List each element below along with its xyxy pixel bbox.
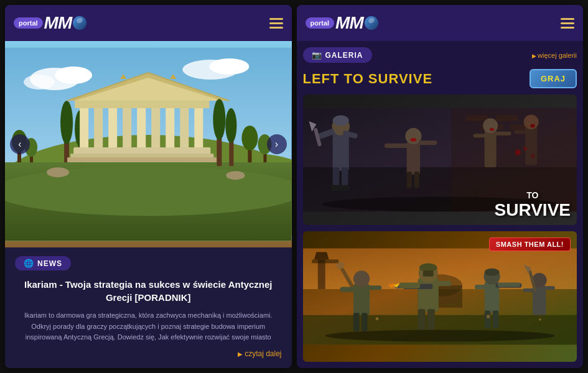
svg-rect-100 bbox=[399, 282, 419, 288]
news-section: 🌐 NEWS Ikariam - Twoja strategia na sukc… bbox=[5, 247, 292, 368]
left-body: ‹ › 🌐 NEWS Ikariam - Twoja strategia na … bbox=[5, 41, 292, 368]
right-header: portal MM bbox=[297, 5, 584, 41]
right-panel: portal MM 📷 GALERIA więcej galerii bbox=[297, 5, 584, 368]
right-logo: portal MM bbox=[306, 13, 378, 33]
svg-rect-116 bbox=[475, 285, 486, 289]
svg-rect-81 bbox=[514, 130, 534, 134]
lts-logo-text: TO SURVIVE bbox=[495, 184, 571, 219]
svg-point-2 bbox=[55, 67, 92, 84]
mmo-text: MM bbox=[44, 13, 72, 33]
svg-point-84 bbox=[530, 154, 534, 158]
svg-point-41 bbox=[226, 171, 245, 180]
lts-survive-text: SURVIVE bbox=[495, 200, 571, 219]
left-logo: portal MM bbox=[14, 13, 86, 33]
svg-point-57 bbox=[332, 116, 348, 126]
svg-rect-33 bbox=[75, 101, 209, 108]
svg-rect-63 bbox=[341, 167, 348, 188]
read-more-link[interactable]: czytaj dalej bbox=[15, 349, 282, 358]
svg-rect-70 bbox=[418, 140, 437, 145]
svg-point-79 bbox=[523, 114, 538, 129]
svg-point-80 bbox=[530, 124, 534, 127]
right-body: 📷 GALERIA więcej galerii LEFT TO SURVIVE… bbox=[297, 41, 584, 368]
svg-rect-88 bbox=[317, 259, 325, 289]
right-portal-badge: portal bbox=[306, 17, 335, 29]
svg-point-74 bbox=[483, 118, 498, 133]
gallery-header: 📷 GALERIA więcej galerii bbox=[303, 47, 577, 63]
play-button[interactable]: GRAJ bbox=[530, 69, 577, 88]
slider-area: ‹ › bbox=[5, 41, 292, 247]
gallery-badge: 📷 GALERIA bbox=[303, 47, 372, 63]
svg-point-43 bbox=[213, 99, 225, 140]
more-gallery-link[interactable]: więcej galerii bbox=[532, 52, 577, 59]
hamburger-line-2 bbox=[269, 22, 283, 24]
news-body-text: Ikariam to darmowa gra strategiczna, któ… bbox=[15, 310, 282, 343]
svg-rect-102 bbox=[418, 309, 425, 329]
svg-rect-28 bbox=[137, 107, 146, 147]
right-hamburger-line-1 bbox=[561, 18, 574, 20]
lts-to-text: TO bbox=[526, 190, 538, 200]
svg-rect-109 bbox=[368, 285, 381, 290]
svg-rect-27 bbox=[123, 107, 131, 147]
svg-rect-77 bbox=[495, 132, 511, 136]
logo-ball-icon bbox=[73, 16, 86, 30]
right-hamburger-line-2 bbox=[561, 22, 574, 24]
right-hamburger-menu[interactable] bbox=[561, 18, 574, 29]
svg-rect-119 bbox=[492, 311, 498, 329]
svg-point-82 bbox=[515, 149, 521, 155]
lts-logo-overlay: TO SURVIVE bbox=[495, 184, 571, 219]
svg-rect-103 bbox=[427, 309, 435, 329]
right-hamburger-line-3 bbox=[561, 27, 574, 29]
news-badge: 🌐 NEWS bbox=[15, 256, 71, 270]
svg-rect-72 bbox=[414, 172, 419, 188]
svg-rect-51 bbox=[465, 116, 488, 122]
svg-rect-62 bbox=[332, 167, 339, 188]
svg-rect-24 bbox=[80, 107, 88, 147]
camera-icon: 📷 bbox=[312, 50, 322, 60]
game-title: LEFT TO SURVIVE bbox=[303, 71, 433, 87]
hamburger-menu[interactable] bbox=[269, 18, 283, 29]
svg-rect-29 bbox=[151, 107, 160, 147]
svg-rect-30 bbox=[166, 107, 174, 147]
game-title-row: LEFT TO SURVIVE GRAJ bbox=[303, 69, 577, 88]
svg-rect-23 bbox=[67, 157, 217, 162]
svg-point-40 bbox=[47, 167, 69, 177]
left-header: portal MM bbox=[5, 5, 292, 41]
slider-next-button[interactable]: › bbox=[267, 134, 287, 154]
svg-point-5 bbox=[209, 58, 249, 75]
hamburger-line-3 bbox=[269, 27, 283, 29]
svg-rect-110 bbox=[353, 313, 359, 331]
svg-rect-69 bbox=[384, 144, 408, 148]
svg-rect-66 bbox=[406, 141, 419, 175]
screens-wrapper: portal MM bbox=[0, 0, 588, 373]
svg-point-45 bbox=[225, 108, 236, 143]
lts-card[interactable]: TO SURVIVE bbox=[303, 94, 577, 225]
svg-rect-52 bbox=[495, 116, 518, 122]
svg-rect-26 bbox=[108, 107, 117, 147]
svg-rect-64 bbox=[331, 185, 340, 191]
svg-rect-76 bbox=[473, 134, 493, 137]
sta-card[interactable]: SMASH THEM ALL! bbox=[303, 231, 577, 362]
svg-point-18 bbox=[60, 101, 73, 144]
svg-rect-32 bbox=[194, 107, 203, 147]
svg-point-130 bbox=[486, 315, 490, 318]
globe-icon: 🌐 bbox=[24, 259, 34, 268]
svg-marker-89 bbox=[314, 252, 329, 260]
portal-badge: portal bbox=[14, 17, 43, 29]
svg-point-128 bbox=[325, 330, 554, 342]
svg-rect-108 bbox=[340, 287, 356, 292]
svg-point-131 bbox=[539, 318, 541, 321]
svg-rect-118 bbox=[484, 311, 490, 329]
svg-rect-55 bbox=[332, 130, 348, 170]
svg-rect-97 bbox=[422, 270, 433, 277]
svg-rect-31 bbox=[180, 107, 189, 147]
svg-point-14 bbox=[241, 126, 258, 150]
hamburger-line-1 bbox=[269, 18, 283, 20]
svg-rect-90 bbox=[312, 259, 338, 263]
slider-prev-button[interactable]: ‹ bbox=[10, 134, 30, 154]
news-title: Ikariam - Twoja strategia na sukces w św… bbox=[15, 278, 282, 304]
left-panel: portal MM bbox=[5, 5, 292, 368]
svg-rect-117 bbox=[498, 282, 520, 287]
temple-scene-svg bbox=[5, 41, 292, 247]
svg-point-129 bbox=[375, 317, 378, 320]
svg-rect-124 bbox=[523, 288, 534, 292]
